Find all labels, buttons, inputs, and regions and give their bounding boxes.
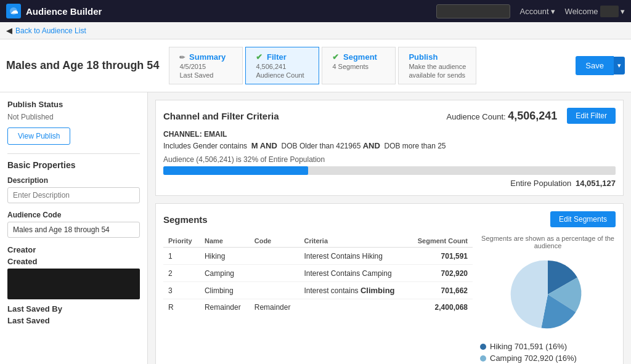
segments-title: Segments [163,214,208,225]
seg-code: Remainder [250,299,299,316]
pie-area: Segments are shown as a percentage of th… [480,235,616,364]
basic-properties-section: Basic Properties Description Audience Co… [7,160,140,325]
seg-priority: 1 [163,248,200,265]
pie-legend: Hiking 701,591 (16%)Camping 702,920 (16%… [480,342,616,364]
svg-text:☁: ☁ [10,7,18,15]
created-row: Created [7,257,140,266]
legend-item: Hiking 701,591 (16%) [480,342,616,351]
channel-header: Channel and Filter Criteria Audience Cou… [163,108,616,124]
seg-criteria [299,299,408,316]
not-published-status: Not Published [7,113,140,121]
col-count: Segment Count [408,235,473,248]
progress-bar-fill [163,166,308,175]
save-btn-group: Save ▾ [576,56,625,75]
check-icon: ✔ [332,52,339,62]
seg-name: Hiking [200,248,250,265]
edit-segments-button[interactable]: Edit Segments [550,211,616,227]
edit-filter-button[interactable]: Edit Filter [567,108,616,124]
right-panel: Channel and Filter Criteria Audience Cou… [148,92,631,364]
publish-status-section: Publish Status Not Published View Publis… [7,100,140,145]
legend-label: Hiking 701,591 (16%) [490,342,567,351]
tab-filter[interactable]: ✔ Filter 4,506,241 Audience Count [245,47,319,84]
count-right: Audience Count: 4,506,241 Edit Filter [446,108,616,124]
table-row: 3 Climbing Interest contains Climbing 70… [163,282,473,299]
divider [7,153,140,154]
breadcrumb-bar: ◀ Back to Audience List [0,22,631,39]
pie-note: Segments are shown as a percentage of th… [480,235,616,249]
seg-priority: R [163,299,200,316]
col-code: Code [250,235,299,248]
check-icon: ✔ [256,52,263,62]
description-label: Description [7,176,140,185]
col-name: Name [200,235,250,248]
left-panel: Publish Status Not Published View Publis… [0,92,148,364]
seg-code [250,282,299,299]
legend-dot [480,355,486,362]
content-area: Publish Status Not Published View Publis… [0,92,631,364]
creator-row: Creator [7,245,140,254]
audience-bar-label: Audience (4,506,241) is 32% of Entire Po… [163,155,616,164]
welcome-nav: Welcome ▾ [565,6,625,17]
app-title: Audience Builder [26,6,431,17]
seg-code [250,248,299,265]
pie-chart [480,254,616,334]
audience-code-label: Audience Code [7,211,140,219]
channel-section: Channel and Filter Criteria Audience Cou… [155,100,624,196]
tab-summary[interactable]: ✏ Summary 4/5/2015 Last Saved [169,47,243,84]
legend-item: Camping 702,920 (16%) [480,354,616,363]
progress-bar [163,166,616,175]
channel-label: CHANNEL: EMAIL [163,130,616,139]
account-search[interactable] [436,4,510,18]
description-input[interactable] [7,187,140,203]
table-row: 2 Camping Interest Contains Camping 702,… [163,265,473,282]
last-saved-row: Last Saved [7,316,140,325]
seg-count: 701,662 [408,282,473,299]
nav-right: Account ▾ Welcome ▾ [436,4,625,18]
segments-content: Priority Name Code Criteria Segment Coun… [163,235,616,364]
entire-population-row: Entire Population 14,051,127 [163,179,616,188]
view-publish-button[interactable]: View Publish [7,127,70,145]
seg-criteria: Interest contains Climbing [299,282,408,299]
filter-description: Includes Gender contains M AND DOB Older… [163,141,616,150]
last-saved-by-row: Last Saved By [7,304,140,313]
audience-code-input[interactable] [7,222,140,238]
seg-count: 2,400,068 [408,299,473,316]
app-logo: ☁ [6,4,21,18]
seg-name: Camping [200,265,250,282]
seg-count: 701,591 [408,248,473,265]
channel-section-title: Channel and Filter Criteria [163,111,279,121]
entire-population-value: 14,051,127 [576,179,616,188]
segments-table-wrap: Priority Name Code Criteria Segment Coun… [163,235,473,364]
seg-name: Remainder [200,299,250,316]
tab-publish[interactable]: Publish Make the audience available for … [398,47,476,84]
tab-segment[interactable]: ✔ Segment 4 Segments [322,47,396,84]
seg-criteria: Interest Contains Camping [299,265,408,282]
table-row: 1 Hiking Interest Contains Hiking 701,59… [163,248,473,265]
top-nav: ☁ Audience Builder Account ▾ Welcome ▾ [0,0,631,22]
table-row: R Remainder Remainder 2,400,068 [163,299,473,316]
seg-code [250,265,299,282]
back-to-audience-list-link[interactable]: Back to Audience List [15,26,86,35]
seg-priority: 3 [163,282,200,299]
seg-name: Climbing [200,282,250,299]
audience-title: Males and Age 18 through 54 [6,59,159,72]
seg-count: 702,920 [408,265,473,282]
account-nav[interactable]: Account ▾ [520,7,555,16]
publish-status-title: Publish Status [7,100,140,109]
save-button[interactable]: Save [576,56,614,75]
legend-label: Camping 702,920 (16%) [490,354,577,363]
seg-priority: 2 [163,265,200,282]
left-arrow-icon: ◀ [6,26,12,35]
seg-criteria: Interest Contains Hiking [299,248,408,265]
segments-table: Priority Name Code Criteria Segment Coun… [163,235,473,315]
creator-avatar-box [7,269,140,299]
basic-properties-title: Basic Properties [7,160,140,170]
audience-count-value: 4,506,241 [508,110,557,122]
legend-dot [480,344,486,350]
col-criteria: Criteria [299,235,408,248]
save-dropdown-button[interactable]: ▾ [614,57,625,75]
pencil-icon: ✏ [179,54,185,61]
page-header: Males and Age 18 through 54 ✏ Summary 4/… [0,39,631,92]
tabs-container: ✏ Summary 4/5/2015 Last Saved ✔ Filter 4… [169,47,566,84]
segments-header: Segments Edit Segments [163,211,616,227]
